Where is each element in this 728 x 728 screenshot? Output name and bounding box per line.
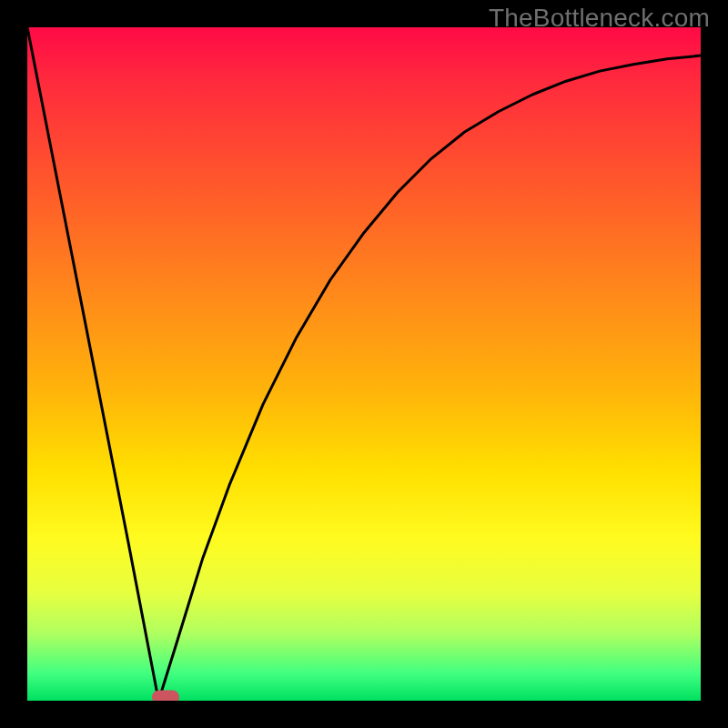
min-marker xyxy=(152,691,179,701)
curve-path xyxy=(27,27,701,701)
plot-area xyxy=(27,27,701,701)
chart-frame: TheBottleneck.com xyxy=(0,0,728,728)
watermark-text: TheBottleneck.com xyxy=(489,4,710,33)
curve-svg xyxy=(27,27,701,701)
